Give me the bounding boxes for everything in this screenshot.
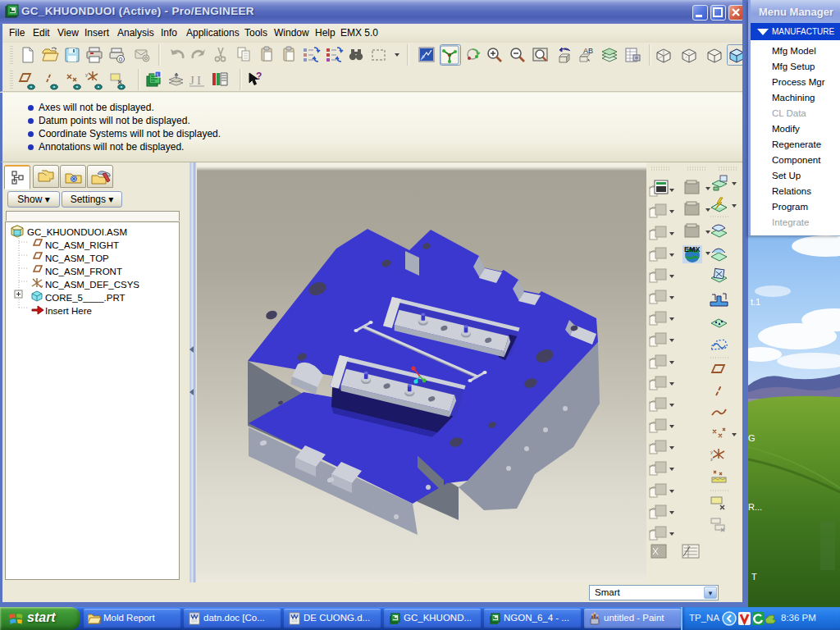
svg-text:G: G xyxy=(748,433,756,443)
svg-text:R...: R... xyxy=(748,502,762,512)
svg-text:?: ? xyxy=(256,71,262,82)
svg-text:y: y xyxy=(710,450,713,454)
svg-text:AB: AB xyxy=(583,47,593,55)
svg-text:t.1: t.1 xyxy=(751,297,760,307)
svg-text:0: 0 xyxy=(119,56,123,63)
svg-text:z: z xyxy=(710,457,713,462)
svg-text:EMX: EMX xyxy=(684,245,701,253)
svg-text:J: J xyxy=(189,74,194,87)
svg-text:y: y xyxy=(85,72,88,77)
svg-text:T: T xyxy=(751,572,757,582)
svg-text:I: I xyxy=(197,74,201,87)
